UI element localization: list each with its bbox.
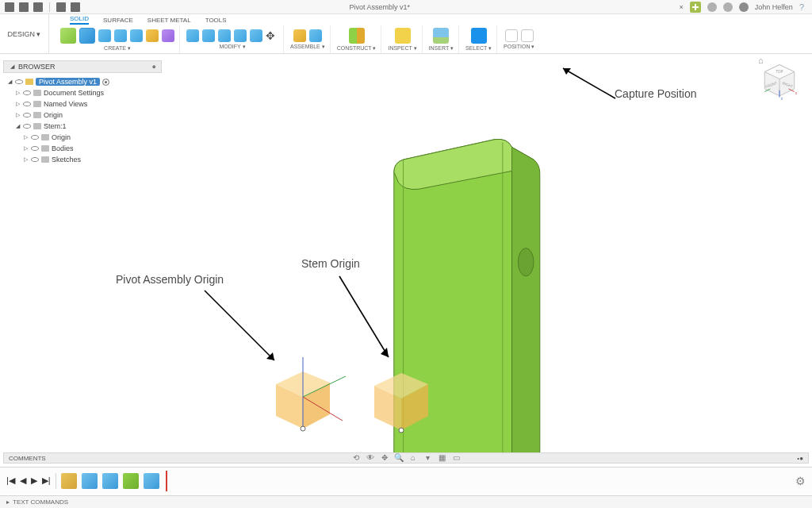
display-settings-icon[interactable]: ▾ xyxy=(423,452,432,462)
new-tab-button[interactable] xyxy=(690,2,701,13)
viewport[interactable]: Capture Position Pivot Assembly Origin S… xyxy=(0,54,812,460)
app-menu-icon[interactable] xyxy=(5,2,14,12)
timeline-prev-button[interactable]: ◀ xyxy=(20,475,26,486)
group-create-label[interactable]: CREATE ▾ xyxy=(104,45,131,52)
svg-point-7 xyxy=(301,426,305,431)
titlebar: Pivot Assembly v1* × John Helfen ? xyxy=(0,0,812,14)
comments-pin-icon[interactable]: •● xyxy=(797,455,803,462)
timeline-playhead[interactable] xyxy=(166,471,170,491)
svg-text:z: z xyxy=(781,97,783,101)
workspace-switcher[interactable]: DESIGN ▾ xyxy=(0,14,49,53)
group-construct-label[interactable]: CONSTRUCT ▾ xyxy=(337,45,377,52)
group-assemble-label[interactable]: ASSEMBLE ▾ xyxy=(290,44,325,50)
combine-icon[interactable] xyxy=(234,29,247,42)
timeline-first-button[interactable]: |◀ xyxy=(6,475,15,486)
revert-position-icon[interactable] xyxy=(521,29,534,42)
navigation-toolbar: ⟲ 👁 ✥ 🔍 ⌂ ▾ ▦ ▭ xyxy=(351,452,461,462)
undo-icon[interactable] xyxy=(56,2,66,12)
timeline-play-button[interactable]: ▶ xyxy=(31,475,37,486)
annotation-stem-origin: Stem Origin xyxy=(301,257,360,270)
sweep-icon[interactable] xyxy=(130,29,143,42)
annotation-pivot-origin: Pivot Assembly Origin xyxy=(116,273,224,286)
fillet-icon[interactable] xyxy=(202,29,215,42)
group-select: SELECT ▾ xyxy=(461,25,497,53)
separator xyxy=(56,473,56,489)
timeline-feature-sketch[interactable] xyxy=(61,473,77,489)
group-select-label[interactable]: SELECT ▾ xyxy=(465,45,492,52)
text-commands-label: TEXT COMMANDS xyxy=(13,498,68,506)
username[interactable]: John Helfen xyxy=(755,3,793,11)
press-pull-icon[interactable] xyxy=(186,29,199,42)
select-icon[interactable] xyxy=(471,28,487,44)
svg-line-14 xyxy=(205,291,274,360)
extensions-icon[interactable] xyxy=(707,2,717,12)
svg-line-12 xyxy=(563,68,615,98)
notifications-icon[interactable] xyxy=(723,2,733,12)
tab-sheet-metal[interactable]: SHEET METAL xyxy=(147,17,191,24)
tab-surface[interactable]: SURFACE xyxy=(103,17,133,24)
capture-position-icon[interactable] xyxy=(505,29,518,42)
ribbon-groups: CREATE ▾ ✥ MODIFY ▾ ASSEMBLE ▾ xyxy=(49,25,812,53)
derive-icon[interactable] xyxy=(162,29,174,42)
zoom-icon[interactable]: 🔍 xyxy=(394,452,404,462)
timeline-feature-sketch-2[interactable] xyxy=(123,473,139,489)
group-construct: CONSTRUCT ▾ xyxy=(332,25,382,53)
arrow-capture-position xyxy=(557,64,620,103)
svg-line-16 xyxy=(339,276,389,357)
file-icon[interactable] xyxy=(19,2,29,12)
revolve-icon[interactable] xyxy=(114,29,127,42)
svg-point-11 xyxy=(399,428,404,433)
document-title: Pivot Assembly v1* xyxy=(80,3,680,11)
group-inspect: INSPECT ▾ xyxy=(383,25,422,53)
redo-icon[interactable] xyxy=(71,2,80,12)
tab-solid[interactable]: SOLID xyxy=(70,15,89,25)
group-inspect-label[interactable]: INSPECT ▾ xyxy=(388,45,416,52)
insert-icon[interactable] xyxy=(433,28,449,44)
timeline-feature-extrude[interactable] xyxy=(82,473,98,489)
help-icon[interactable]: ? xyxy=(799,2,804,12)
titlebar-right: × John Helfen ? xyxy=(680,2,812,13)
timeline-settings-icon[interactable]: ⚙ xyxy=(795,475,806,487)
group-position-label[interactable]: POSITION ▾ xyxy=(504,44,534,50)
expand-icon[interactable]: ▸ xyxy=(6,498,10,506)
timeline-feature-hole[interactable] xyxy=(144,473,159,489)
viewport-settings-icon[interactable]: ▭ xyxy=(451,452,461,462)
orbit-icon[interactable]: ⟲ xyxy=(351,452,361,462)
move-icon[interactable]: ✥ xyxy=(266,29,278,42)
quick-access-toolbar xyxy=(0,2,80,12)
box-icon[interactable] xyxy=(79,28,95,44)
group-insert-label[interactable]: INSERT ▾ xyxy=(429,45,454,52)
grid-settings-icon[interactable]: ▦ xyxy=(437,452,446,462)
measure-icon[interactable] xyxy=(395,28,411,44)
view-home-icon[interactable]: ⌂ xyxy=(758,56,764,65)
comments-label: COMMENTS xyxy=(9,455,46,462)
shell-icon[interactable] xyxy=(218,29,231,42)
group-modify: ✥ MODIFY ▾ xyxy=(182,25,284,53)
text-commands-bar[interactable]: ▸ TEXT COMMANDS xyxy=(0,495,812,508)
tab-tools[interactable]: TOOLS xyxy=(205,17,227,24)
arrow-pivot-origin xyxy=(200,286,287,373)
pan-icon[interactable]: ✥ xyxy=(380,452,389,462)
extrude-icon[interactable] xyxy=(98,29,111,42)
fit-icon[interactable]: ⌂ xyxy=(408,452,418,462)
group-position: POSITION ▾ xyxy=(499,25,539,53)
save-icon[interactable] xyxy=(33,2,43,12)
new-component-icon[interactable] xyxy=(293,29,306,42)
create-form-icon[interactable] xyxy=(146,29,159,42)
close-tab-icon[interactable]: × xyxy=(680,3,684,11)
separator xyxy=(49,2,50,12)
timeline-next-button[interactable]: ▶| xyxy=(42,475,51,486)
timeline-feature-fillet[interactable] xyxy=(102,473,118,489)
view-cube[interactable]: ⌂ TOP FRONT RIGHT z x xyxy=(760,62,799,102)
new-sketch-icon[interactable] xyxy=(60,28,76,44)
split-icon[interactable] xyxy=(250,29,262,42)
ribbon: DESIGN ▾ SOLID SURFACE SHEET METAL TOOLS… xyxy=(0,14,812,54)
joint-icon[interactable] xyxy=(309,29,322,42)
group-insert: INSERT ▾ xyxy=(424,25,459,53)
look-icon[interactable]: 👁 xyxy=(366,452,375,462)
group-modify-label[interactable]: MODIFY ▾ xyxy=(219,44,245,50)
plane-icon[interactable] xyxy=(349,28,365,44)
user-avatar[interactable] xyxy=(739,2,749,12)
arrow-stem-origin xyxy=(331,271,403,367)
group-assemble: ASSEMBLE ▾ xyxy=(285,25,331,53)
